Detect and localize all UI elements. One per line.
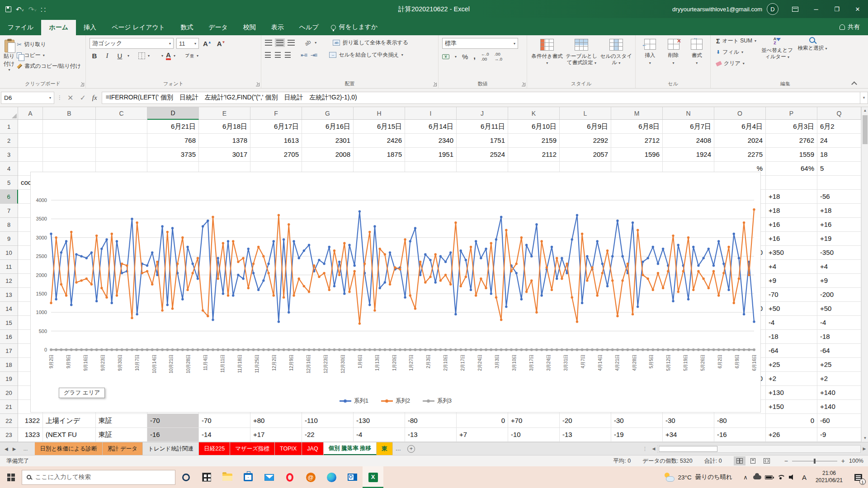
tell-me-box[interactable]: 何をしますか xyxy=(331,23,378,35)
ribbon-tab-数式[interactable]: 数式 xyxy=(173,20,201,35)
maximize-button[interactable]: ❐ xyxy=(826,0,847,18)
ribbon-tab-ファイル[interactable]: ファイル xyxy=(0,20,41,35)
cell-Q23[interactable]: -9 xyxy=(817,428,861,442)
ribbon-tab-データ[interactable]: データ xyxy=(201,20,236,35)
cell-P2[interactable]: 2762 xyxy=(766,134,817,148)
cell-K23[interactable]: -10 xyxy=(508,428,560,442)
legend-item-系列2[interactable]: 系列2 xyxy=(381,397,410,405)
alignment-dialog-launcher[interactable] xyxy=(433,83,437,86)
cell-B23[interactable]: (NEXT FU xyxy=(43,428,96,442)
cell-Q2[interactable]: 24 xyxy=(817,134,861,148)
cell-Q8[interactable]: +16 xyxy=(817,218,861,232)
cell-P18[interactable]: +25 xyxy=(766,358,817,372)
col-header-H[interactable]: H xyxy=(354,107,405,120)
cell-P12[interactable]: +9 xyxy=(766,274,817,288)
cell-P9[interactable]: +16 xyxy=(766,232,817,246)
taskbar-app-edge[interactable] xyxy=(321,466,342,488)
cell-K22[interactable]: +70 xyxy=(508,414,560,428)
ribbon-tab-挿入[interactable]: 挿入 xyxy=(76,20,104,35)
cell-P6[interactable]: +18 xyxy=(766,190,817,204)
insert-cells-button[interactable]: ← 挿入▾ xyxy=(639,39,661,80)
cell-D23[interactable]: -16 xyxy=(147,428,199,442)
sheet-nav-left-icon[interactable]: ◀ xyxy=(5,446,8,451)
cell-C23[interactable]: 東証 xyxy=(96,428,147,442)
cell-M23[interactable]: -19 xyxy=(611,428,663,442)
row-header-5[interactable]: 5 xyxy=(0,176,18,190)
row-header-1[interactable]: 1 xyxy=(0,120,18,134)
cell-I3[interactable]: 1951 xyxy=(405,148,457,162)
col-header-C[interactable]: C xyxy=(96,107,147,120)
enter-formula-icon[interactable]: ✓ xyxy=(80,94,85,102)
wifi-icon[interactable] xyxy=(775,466,787,488)
conditional-formatting-button[interactable]: 条件付き書式 ▾ xyxy=(531,39,563,80)
comma-style-icon[interactable]: , xyxy=(473,52,476,61)
cell-Q10[interactable]: -350 xyxy=(817,246,861,260)
cell-G1[interactable]: 6月16日 xyxy=(302,120,354,134)
cell-D1[interactable]: 6月21日 xyxy=(147,120,199,134)
cell-Q20[interactable]: +140 xyxy=(817,386,861,400)
decrease-font-icon[interactable]: A▼ xyxy=(216,40,227,47)
sheet-tab-累計 データ[interactable]: 累計 データ xyxy=(103,442,143,455)
cell-O22[interactable]: -80 xyxy=(714,414,766,428)
sheet-tab-東[interactable]: 東 xyxy=(377,442,393,455)
cell-P17[interactable]: -64 xyxy=(766,344,817,358)
ribbon-tab-ヘルプ[interactable]: ヘルプ xyxy=(292,20,326,35)
cell-P1[interactable]: 6月3日 xyxy=(766,120,817,134)
format-cells-button[interactable]: ↔ 書式▾ xyxy=(686,39,708,80)
find-select-button[interactable]: 検索と選択 ▾ xyxy=(796,36,829,80)
cell-Q18[interactable]: +25 xyxy=(817,358,861,372)
percent-style-icon[interactable]: % xyxy=(462,53,468,61)
row-header-6[interactable]: 6 xyxy=(0,190,18,204)
phonetic-guide-icon[interactable]: ㇷ゚亜 xyxy=(184,52,194,59)
fill-button[interactable]: ⬇フィル▾ xyxy=(714,47,758,57)
col-header-A[interactable]: A xyxy=(18,107,43,120)
row-header-22[interactable]: 22 xyxy=(0,414,18,428)
account-email[interactable]: dryyourtearswithlove1@gmail.com xyxy=(672,6,762,13)
cell-F3[interactable]: 2705 xyxy=(250,148,302,162)
accounting-format-icon[interactable]: ¥ xyxy=(442,54,449,59)
ribbon-tab-表示[interactable]: 表示 xyxy=(264,20,292,35)
cell-E1[interactable]: 6月18日 xyxy=(199,120,250,134)
cell-I22[interactable]: -80 xyxy=(405,414,457,428)
cell-P11[interactable]: +4 xyxy=(766,260,817,274)
col-header-M[interactable]: M xyxy=(611,107,663,120)
cell-Q17[interactable]: -64 xyxy=(817,344,861,358)
col-header-N[interactable]: N xyxy=(663,107,714,120)
zoom-in-icon[interactable]: + xyxy=(841,457,845,465)
scroll-down-icon[interactable]: ▼ xyxy=(862,435,868,442)
new-sheet-button[interactable]: + xyxy=(407,445,415,453)
cell-Q5[interactable] xyxy=(817,176,861,190)
avatar[interactable]: D xyxy=(767,3,778,15)
row-header-17[interactable]: 17 xyxy=(0,344,18,358)
row-header-12[interactable]: 12 xyxy=(0,274,18,288)
cell-P8[interactable]: +16 xyxy=(766,218,817,232)
col-header-I[interactable]: I xyxy=(405,107,457,120)
cell-P5[interactable] xyxy=(766,176,817,190)
clear-button[interactable]: クリア▾ xyxy=(714,59,758,68)
sheet-tab-JAQ[interactable]: JAQ xyxy=(302,442,323,455)
cell-J22[interactable]: 0 xyxy=(457,414,508,428)
col-header-G[interactable]: G xyxy=(302,107,354,120)
cell-O1[interactable]: 6月4日 xyxy=(714,120,766,134)
row-header-9[interactable]: 9 xyxy=(0,232,18,246)
ribbon-display-options-icon[interactable] xyxy=(785,0,806,18)
cell-N22[interactable]: -30 xyxy=(663,414,714,428)
cell-P15[interactable]: -4 xyxy=(766,316,817,330)
col-header-K[interactable]: K xyxy=(508,107,560,120)
formula-input[interactable]: =IFERROR(LEFT(' 個別 日統計 左統計'!G2,FIND("(",… xyxy=(102,92,860,104)
align-right-icon[interactable] xyxy=(285,52,291,58)
redo-button[interactable]: ↷˅ xyxy=(28,6,37,13)
copy-button[interactable]: コピー▾ xyxy=(15,51,83,60)
hscroll-right-icon[interactable]: ▶ xyxy=(861,446,868,451)
paste-button[interactable]: 貼り付け▾ xyxy=(4,38,15,80)
cell-P3[interactable]: 1559 xyxy=(766,148,817,162)
cell-M3[interactable]: 1596 xyxy=(611,148,663,162)
share-button[interactable]: 共有 xyxy=(840,23,868,35)
normal-view-button[interactable] xyxy=(734,456,745,465)
row-header-13[interactable]: 13 xyxy=(0,288,18,302)
sheet-overflow-right[interactable]: … xyxy=(393,442,404,455)
cell-J2[interactable]: 1751 xyxy=(457,134,508,148)
cell-O23[interactable]: -16 xyxy=(714,428,766,442)
orientation-icon[interactable]: ab xyxy=(303,38,312,47)
cell-C22[interactable]: 東証 xyxy=(96,414,147,428)
